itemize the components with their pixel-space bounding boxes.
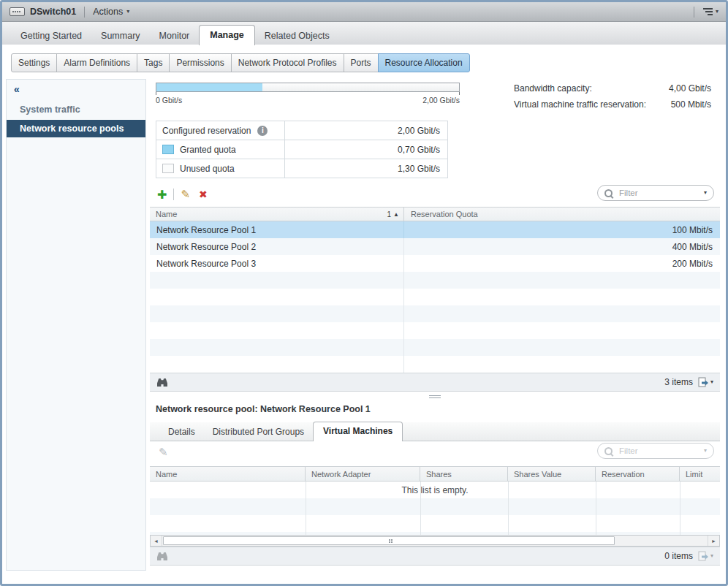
export-icon [698, 551, 708, 562]
vm-filter-box[interactable]: ▾ [597, 443, 714, 459]
pools-status-bar: 3 items ▾ [150, 373, 720, 392]
subtab-resource-allocation[interactable]: Resource Allocation [378, 53, 470, 72]
table-row-pool-2[interactable]: Network Resource Pool 2 400 Mbit/s [150, 238, 720, 255]
column-header-shares-value[interactable]: Shares Value [508, 467, 596, 481]
table-row-empty [150, 322, 720, 339]
scrollbar-thumb[interactable] [163, 536, 615, 545]
subtab-tags[interactable]: Tags [137, 53, 170, 72]
meter-tick-max [459, 92, 460, 95]
table-row-empty [150, 498, 720, 515]
column-header-name[interactable]: Name 1 ▲ [150, 208, 404, 221]
meter-tick-min [156, 92, 156, 95]
scroll-left-button[interactable]: ◄ [151, 536, 162, 546]
tab-getting-started[interactable]: Getting Started [11, 27, 91, 45]
configured-reservation-value: 2,00 Gbit/s [285, 126, 447, 136]
info-icon[interactable]: i [257, 126, 268, 136]
find-icon-disabled [156, 551, 168, 561]
tab-related-objects[interactable]: Related Objects [255, 27, 339, 45]
bandwidth-capacity-label: Bandwidth capacity: [514, 83, 592, 94]
empty-list-message: This list is empty. [150, 485, 720, 495]
tab-details[interactable]: Details [159, 423, 204, 441]
search-icon [604, 447, 613, 455]
actions-label: Actions [93, 7, 123, 17]
reservation-summary-table: Configured reservation i 2,00 Gbit/s Gra… [156, 121, 448, 178]
vm-toolbar: ✎ [159, 444, 168, 461]
pools-filter-input[interactable] [618, 188, 704, 198]
subtab-permissions[interactable]: Permissions [169, 53, 231, 72]
collapse-sidebar-icon[interactable]: « [7, 80, 29, 95]
configured-reservation-label: Configured reservation [162, 126, 251, 136]
sort-indicator: 1 ▲ [387, 210, 403, 218]
panel-splitter-handle[interactable] [150, 394, 720, 400]
table-row-pool-3[interactable]: Network Resource Pool 3 200 Mbit/s [150, 255, 720, 272]
actions-menu-button[interactable]: Actions ▾ [93, 7, 129, 17]
tab-manage[interactable]: Manage [199, 25, 255, 45]
granted-quota-value: 0,70 Gbit/s [285, 145, 447, 155]
sidebar-item-network-resource-pools[interactable]: Network resource pools [7, 120, 145, 137]
scroll-right-button[interactable]: ► [708, 536, 719, 546]
pools-toolbar: ✚ ✎ ✖ [157, 186, 208, 203]
unused-quota-row: Unused quota 1,30 Gbit/s [156, 159, 447, 178]
chevron-down-icon[interactable]: ▾ [710, 379, 713, 385]
toolbar-divider [173, 189, 174, 200]
manage-sub-tab-bar: Settings Alarm Definitions Tags Permissi… [11, 53, 470, 72]
vm-traffic-reservation-label: Virtual machine traffic reservation: [514, 99, 646, 110]
tab-monitor[interactable]: Monitor [150, 27, 200, 45]
items-count: 3 items [664, 377, 693, 387]
titlebar-divider [84, 7, 85, 18]
tab-distributed-port-groups[interactable]: Distributed Port Groups [204, 423, 313, 441]
chevron-down-icon: ▾ [710, 553, 713, 559]
export-list-button-disabled: ▾ [698, 551, 713, 562]
column-header-name[interactable]: Name [150, 467, 306, 481]
tab-virtual-machines[interactable]: Virtual Machines [313, 422, 403, 441]
subtab-ports[interactable]: Ports [344, 53, 379, 72]
detail-panel-title: Network resource pool: Network Resource … [156, 404, 371, 414]
export-icon [698, 377, 708, 388]
vm-filter-input[interactable] [618, 446, 704, 456]
sidebar-item-system-traffic[interactable]: System traffic [7, 101, 145, 118]
unused-quota-value: 1,30 Gbit/s [285, 164, 447, 174]
pools-filter-box[interactable]: ▾ [597, 185, 714, 201]
table-row-pool-1[interactable]: Network Resource Pool 1 100 Mbit/s [150, 221, 720, 238]
table-row-empty [150, 272, 720, 289]
find-icon[interactable] [156, 377, 168, 387]
bandwidth-info: Bandwidth capacity: 4,00 Gbit/s Virtual … [514, 83, 711, 115]
chevron-down-icon[interactable]: ▾ [716, 9, 718, 15]
column-header-reservation[interactable]: Reservation [596, 467, 680, 481]
delete-pool-button[interactable]: ✖ [199, 189, 208, 200]
horizontal-scrollbar[interactable]: ◄ ► [150, 535, 720, 547]
column-header-reservation-quota[interactable]: Reservation Quota [404, 210, 720, 218]
export-list-button[interactable]: ▾ [698, 377, 713, 388]
table-row-empty [150, 289, 720, 305]
items-count: 0 items [664, 551, 693, 561]
add-pool-button[interactable]: ✚ [157, 188, 167, 202]
table-row-empty [150, 515, 720, 532]
table-row-empty [150, 356, 720, 373]
edit-pool-button[interactable]: ✎ [181, 188, 190, 201]
unused-quota-label: Unused quota [180, 164, 235, 174]
unused-quota-swatch [162, 164, 174, 173]
titlebar-divider [694, 7, 694, 18]
detail-tab-bar: Details Distributed Port Groups Virtual … [150, 422, 720, 441]
granted-quota-label: Granted quota [180, 145, 236, 155]
chevron-down-icon[interactable]: ▾ [704, 448, 707, 454]
column-header-shares[interactable]: Shares [420, 467, 508, 481]
subtab-settings[interactable]: Settings [11, 53, 57, 72]
chevron-down-icon[interactable]: ▾ [704, 190, 707, 196]
vm-traffic-reservation-row: Virtual machine traffic reservation: 500… [514, 99, 711, 110]
scrollbar-grip [389, 539, 390, 541]
pools-table-header: Name 1 ▲ Reservation Quota [150, 207, 720, 221]
chevron-down-icon: ▾ [126, 9, 129, 15]
column-header-network-adapter[interactable]: Network Adapter [306, 467, 420, 481]
tab-summary[interactable]: Summary [91, 27, 149, 45]
reservation-meter [156, 83, 460, 92]
configured-reservation-row: Configured reservation i 2,00 Gbit/s [156, 121, 447, 140]
subtab-network-protocol-profiles[interactable]: Network Protocol Profiles [231, 53, 344, 72]
meter-min-label: 0 Gbit/s [156, 96, 182, 104]
search-icon [604, 189, 613, 197]
task-list-menu-icon[interactable] [703, 8, 713, 15]
bandwidth-capacity-row: Bandwidth capacity: 4,00 Gbit/s [514, 83, 711, 94]
column-header-limit[interactable]: Limit [680, 467, 720, 481]
vm-status-bar: 0 items ▾ [150, 547, 720, 566]
subtab-alarm-definitions[interactable]: Alarm Definitions [56, 53, 137, 72]
